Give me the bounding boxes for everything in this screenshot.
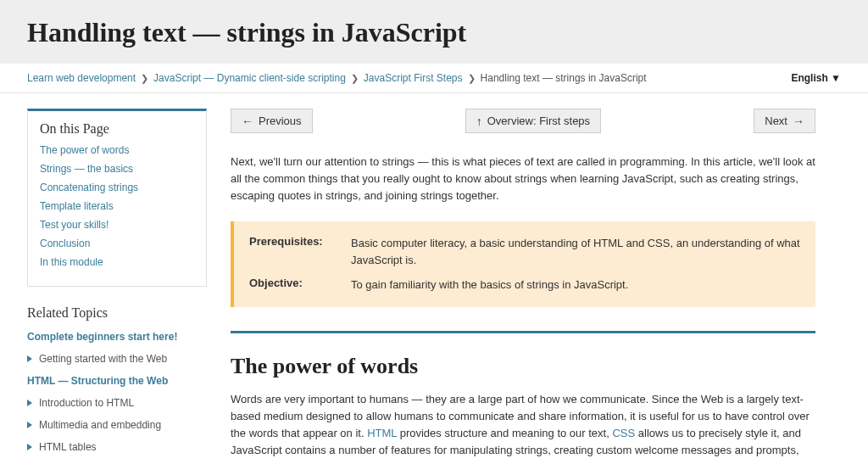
objective-value: To gain familiarity with the basics of s… [351, 277, 800, 293]
prerequisites-label: Prerequisites: [249, 235, 351, 268]
triangle-right-icon [27, 444, 32, 450]
related-item[interactable]: Multimedia and embedding [27, 419, 207, 431]
triangle-right-icon [27, 355, 32, 362]
breadcrumb: Learn web development ❯ JavaScript — Dyn… [27, 72, 647, 84]
toc-link[interactable]: Strings — the basics [40, 163, 133, 175]
breadcrumb-link[interactable]: Learn web development [27, 72, 136, 84]
prerequisites-value: Basic computer literacy, a basic underst… [351, 235, 800, 268]
chevron-right-icon: ❯ [141, 73, 148, 84]
inline-link-css[interactable]: CSS [612, 427, 635, 439]
related-item[interactable]: Introduction to HTML [27, 397, 207, 409]
arrow-right-icon: → [793, 115, 804, 127]
chevron-right-icon: ❯ [468, 73, 476, 84]
button-label: Previous [259, 115, 302, 127]
section-heading: The power of words [231, 354, 815, 379]
button-label: Overview: First steps [487, 115, 590, 127]
related-topics-heading: Related Topics [27, 305, 207, 321]
related-item-label: HTML tables [39, 441, 97, 453]
text-run: provides structure and meaning to our te… [397, 427, 612, 439]
toc-link[interactable]: Template literals [40, 200, 114, 212]
toc-link[interactable]: Conclusion [40, 238, 90, 249]
related-section[interactable]: HTML — Structuring the Web [27, 375, 168, 387]
overview-button[interactable]: ↑ Overview: First steps [465, 109, 601, 133]
button-label: Next [765, 115, 787, 127]
previous-button[interactable]: ← Previous [231, 109, 313, 133]
toc-link[interactable]: The power of words [40, 144, 129, 156]
next-button[interactable]: Next → [754, 109, 815, 133]
triangle-right-icon [27, 422, 32, 428]
toc-title: On this Page [40, 121, 194, 137]
toc-link[interactable]: Concatenating strings [40, 182, 138, 193]
related-item-label: Multimedia and embedding [39, 419, 161, 431]
related-item-label: Getting started with the Web [39, 353, 167, 365]
intro-paragraph: Next, we'll turn our attention to string… [231, 154, 815, 204]
objective-label: Objective: [249, 277, 351, 293]
toc-link[interactable]: In this module [40, 256, 103, 268]
table-of-contents: On this Page The power of words Strings … [27, 109, 207, 287]
page-title: Handling text — strings in JavaScript [27, 17, 841, 48]
related-item[interactable]: HTML tables [27, 441, 207, 453]
breadcrumb-current: Handling text — strings in JavaScript [481, 72, 647, 84]
arrow-left-icon: ← [242, 115, 253, 127]
language-selector[interactable]: English ▼ [791, 72, 841, 84]
triangle-right-icon [27, 400, 32, 406]
breadcrumb-link[interactable]: JavaScript — Dynamic client-side scripti… [153, 72, 346, 84]
body-paragraph: Words are very important to humans — the… [231, 391, 815, 460]
related-item-label: Introduction to HTML [39, 397, 134, 409]
chevron-right-icon: ❯ [351, 73, 359, 84]
toc-link[interactable]: Test your skills! [40, 219, 108, 231]
arrow-up-icon: ↑ [476, 115, 482, 127]
section-rule [231, 331, 815, 333]
breadcrumb-link[interactable]: JavaScript First Steps [364, 72, 463, 84]
related-section[interactable]: Complete beginners start here! [27, 331, 177, 343]
related-item[interactable]: Getting started with the Web [27, 353, 207, 365]
info-table: Prerequisites: Basic computer literacy, … [231, 221, 815, 307]
inline-link-html[interactable]: HTML [367, 427, 397, 439]
